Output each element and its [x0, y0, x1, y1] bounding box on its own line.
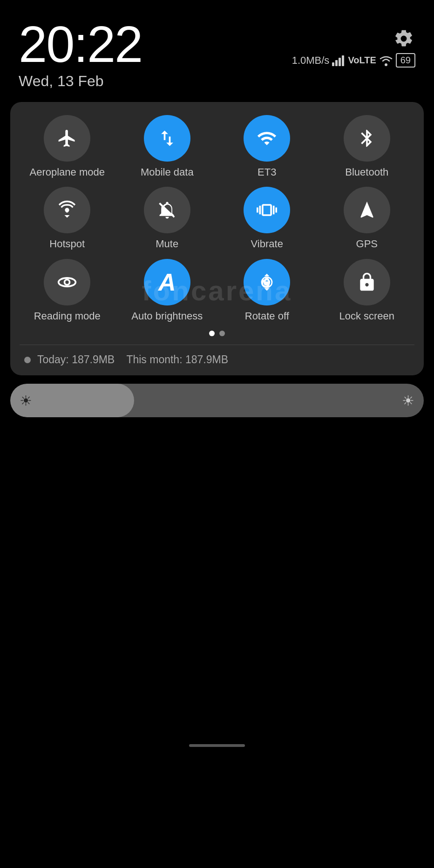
toggle-grid-row2: Hotspot Mute Vibrate [20, 187, 414, 250]
auto-brightness-icon: A [158, 268, 176, 296]
svg-rect-2 [339, 58, 341, 66]
gps-button[interactable] [344, 187, 390, 233]
svg-rect-1 [335, 60, 338, 66]
aeroplane-label: Aeroplane mode [30, 166, 105, 178]
pagination-dots [20, 331, 414, 336]
volte-icon: VoLTE [348, 55, 376, 66]
wifi-icon [257, 128, 277, 149]
dot-2 [219, 331, 225, 336]
mute-button[interactable] [144, 187, 190, 233]
lock-screen-icon [357, 272, 377, 292]
toggle-mobile-data[interactable]: Mobile data [120, 115, 215, 178]
network-speed: 1.0MB/s [292, 54, 330, 67]
nav-bar [189, 744, 245, 747]
data-usage: Today: 187.9MB This month: 187.9MB [20, 345, 414, 366]
toggle-grid-row3: Reading mode A Auto brightness [20, 259, 414, 322]
lock-screen-button[interactable] [344, 259, 390, 305]
reading-mode-label: Reading mode [34, 310, 101, 322]
wifi-label: ET3 [258, 166, 276, 178]
mute-label: Mute [156, 238, 178, 250]
hotspot-button[interactable] [44, 187, 90, 233]
toggle-hotspot[interactable]: Hotspot [20, 187, 115, 250]
today-value: 187.9MB [72, 353, 115, 366]
reading-mode-button[interactable] [44, 259, 90, 305]
bluetooth-button[interactable] [344, 115, 390, 162]
month-value: 187.9MB [185, 353, 228, 366]
lock-screen-label: Lock screen [339, 310, 394, 322]
date-display: Wed, 13 Feb [19, 73, 142, 90]
auto-brightness-button[interactable]: A [144, 259, 190, 305]
status-bar: 20:22 Wed, 13 Feb 1.0MB/s VoLTE [0, 0, 434, 95]
toggle-wifi[interactable]: ET3 [219, 115, 315, 178]
aeroplane-button[interactable] [44, 115, 90, 162]
mobile-data-button[interactable] [144, 115, 190, 162]
toggle-mute[interactable]: Mute [120, 187, 215, 250]
battery-icon: 69 [396, 53, 415, 68]
brightness-slider[interactable]: ☀ ☀ [10, 384, 424, 417]
data-dot [24, 357, 31, 363]
status-right: 1.0MB/s VoLTE 69 [292, 19, 415, 68]
month-label: This month: [126, 353, 182, 366]
toggle-bluetooth[interactable]: Bluetooth [319, 115, 415, 178]
toggle-rotate[interactable]: Rotate off [219, 259, 315, 322]
gps-label: GPS [356, 238, 378, 250]
svg-point-5 [65, 279, 70, 285]
bluetooth-label: Bluetooth [345, 166, 388, 178]
wifi-button[interactable] [244, 115, 290, 162]
svg-point-4 [385, 63, 387, 66]
rotate-off-button[interactable] [244, 259, 290, 305]
mobile-data-icon [157, 128, 177, 149]
wifi-status-icon [379, 54, 393, 67]
settings-icon[interactable] [392, 27, 415, 50]
battery-level: 69 [400, 55, 411, 65]
toggle-grid-row1: Aeroplane mode Mobile data ET3 [20, 115, 414, 178]
aeroplane-icon [57, 128, 77, 149]
svg-rect-0 [332, 62, 334, 66]
toggle-vibrate[interactable]: Vibrate [219, 187, 315, 250]
status-indicators: 1.0MB/s VoLTE 69 [292, 53, 415, 68]
dot-1 [209, 331, 215, 336]
signal-icon [332, 55, 345, 66]
toggle-lock-screen[interactable]: Lock screen [319, 259, 415, 322]
gps-icon [357, 200, 377, 220]
brightness-high-icon: ☀ [402, 393, 414, 409]
svg-rect-9 [264, 281, 270, 285]
hotspot-icon [57, 200, 77, 220]
toggle-aeroplane[interactable]: Aeroplane mode [20, 115, 115, 178]
vibrate-label: Vibrate [251, 238, 283, 250]
toggle-gps[interactable]: GPS [319, 187, 415, 250]
vibrate-button[interactable] [244, 187, 290, 233]
data-usage-text: Today: 187.9MB This month: 187.9MB [37, 353, 228, 366]
vibrate-icon [257, 200, 277, 220]
brightness-low-icon: ☀ [20, 393, 32, 409]
toggle-reading[interactable]: Reading mode [20, 259, 115, 322]
toggle-auto-brightness[interactable]: A Auto brightness [120, 259, 215, 322]
rotate-off-icon [257, 272, 277, 292]
time-block: 20:22 Wed, 13 Feb [19, 19, 142, 90]
clock-time: 20:22 [19, 19, 142, 70]
svg-rect-3 [342, 55, 344, 66]
today-label: Today: [37, 353, 69, 366]
mobile-data-label: Mobile data [141, 166, 194, 178]
hotspot-label: Hotspot [49, 238, 85, 250]
auto-brightness-label: Auto brightness [131, 310, 203, 322]
quick-settings-panel: Aeroplane mode Mobile data ET3 [10, 102, 424, 375]
rotate-off-label: Rotate off [245, 310, 289, 322]
bluetooth-icon [357, 128, 377, 149]
mute-icon [157, 200, 177, 220]
reading-mode-icon [57, 272, 77, 292]
